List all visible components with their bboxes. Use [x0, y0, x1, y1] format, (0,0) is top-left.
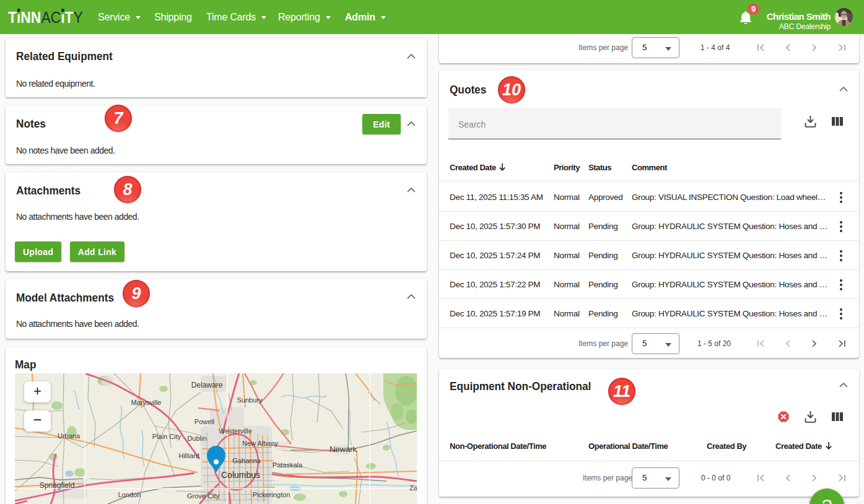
svg-text:Springfield: Springfield [40, 481, 75, 490]
svg-text:London: London [118, 491, 141, 498]
svg-text:Dublin: Dublin [187, 435, 206, 442]
svg-text:Urbana: Urbana [58, 432, 81, 440]
svg-text:Newark: Newark [329, 445, 357, 454]
svg-text:Zan: Zan [409, 484, 417, 492]
svg-text:Gahanna: Gahanna [232, 457, 261, 464]
svg-text:Powell: Powell [194, 418, 214, 425]
svg-text:Sunbury: Sunbury [237, 396, 263, 404]
svg-text:Westerville: Westerville [219, 427, 252, 435]
svg-text:New Albany: New Albany [242, 440, 279, 447]
svg-text:Plain City: Plain City [152, 433, 181, 440]
svg-text:Delaware: Delaware [191, 381, 223, 389]
svg-text:Pickerington: Pickerington [253, 491, 290, 498]
svg-text:Columbus: Columbus [221, 470, 260, 480]
svg-text:Marysville: Marysville [131, 399, 162, 406]
svg-text:Pataskala: Pataskala [273, 461, 303, 469]
svg-text:Grove City: Grove City [187, 492, 219, 500]
svg-text:Hilliard: Hilliard [178, 452, 199, 459]
